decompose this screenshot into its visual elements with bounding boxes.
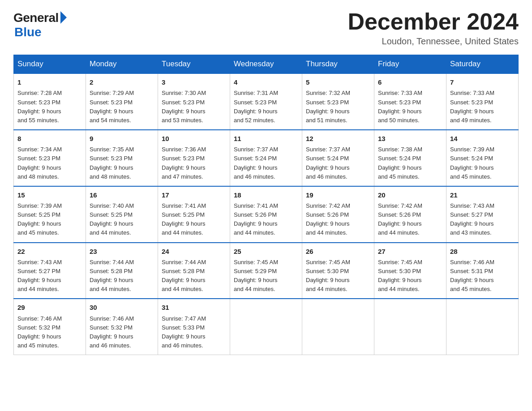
table-row: 13Sunrise: 7:38 AMSunset: 5:24 PMDayligh… bbox=[374, 130, 446, 186]
table-row bbox=[446, 299, 519, 355]
day-info: Sunrise: 7:42 AMSunset: 5:26 PMDaylight:… bbox=[378, 202, 422, 236]
table-row: 26Sunrise: 7:45 AMSunset: 5:30 PMDayligh… bbox=[302, 243, 374, 299]
day-info: Sunrise: 7:46 AMSunset: 5:32 PMDaylight:… bbox=[90, 315, 134, 349]
day-info: Sunrise: 7:45 AMSunset: 5:29 PMDaylight:… bbox=[234, 259, 278, 292]
day-info: Sunrise: 7:35 AMSunset: 5:23 PMDaylight:… bbox=[90, 146, 134, 180]
page-header: General Blue December 2024 Loudon, Tenne… bbox=[13, 9, 519, 47]
day-info: Sunrise: 7:45 AMSunset: 5:30 PMDaylight:… bbox=[306, 259, 350, 292]
day-number: 31 bbox=[162, 302, 226, 313]
table-row: 3Sunrise: 7:30 AMSunset: 5:23 PMDaylight… bbox=[158, 73, 230, 130]
table-row: 19Sunrise: 7:42 AMSunset: 5:26 PMDayligh… bbox=[302, 186, 374, 243]
day-number: 8 bbox=[17, 133, 82, 144]
col-wednesday: Wednesday bbox=[230, 55, 302, 74]
day-info: Sunrise: 7:31 AMSunset: 5:23 PMDaylight:… bbox=[234, 90, 278, 123]
day-number: 3 bbox=[162, 77, 226, 87]
table-row: 23Sunrise: 7:44 AMSunset: 5:28 PMDayligh… bbox=[86, 243, 158, 299]
table-row: 2Sunrise: 7:29 AMSunset: 5:23 PMDaylight… bbox=[86, 73, 158, 130]
day-number: 7 bbox=[450, 77, 515, 87]
calendar-header-row: Sunday Monday Tuesday Wednesday Thursday… bbox=[14, 55, 519, 74]
table-row: 14Sunrise: 7:39 AMSunset: 5:24 PMDayligh… bbox=[446, 130, 519, 186]
table-row: 31Sunrise: 7:47 AMSunset: 5:33 PMDayligh… bbox=[158, 299, 230, 355]
day-info: Sunrise: 7:30 AMSunset: 5:23 PMDaylight:… bbox=[162, 90, 206, 123]
calendar-week-row: 15Sunrise: 7:39 AMSunset: 5:25 PMDayligh… bbox=[14, 186, 519, 243]
day-info: Sunrise: 7:41 AMSunset: 5:26 PMDaylight:… bbox=[234, 202, 278, 236]
day-info: Sunrise: 7:47 AMSunset: 5:33 PMDaylight:… bbox=[162, 315, 206, 349]
logo: General Blue bbox=[13, 9, 67, 39]
day-number: 13 bbox=[378, 133, 442, 144]
table-row: 22Sunrise: 7:43 AMSunset: 5:27 PMDayligh… bbox=[14, 243, 86, 299]
day-info: Sunrise: 7:33 AMSunset: 5:23 PMDaylight:… bbox=[378, 90, 422, 123]
day-info: Sunrise: 7:37 AMSunset: 5:24 PMDaylight:… bbox=[306, 146, 350, 180]
table-row: 28Sunrise: 7:46 AMSunset: 5:31 PMDayligh… bbox=[446, 243, 519, 299]
day-number: 11 bbox=[234, 133, 298, 144]
day-info: Sunrise: 7:44 AMSunset: 5:28 PMDaylight:… bbox=[162, 259, 206, 292]
day-number: 20 bbox=[378, 190, 442, 200]
table-row: 15Sunrise: 7:39 AMSunset: 5:25 PMDayligh… bbox=[14, 186, 86, 243]
day-info: Sunrise: 7:32 AMSunset: 5:23 PMDaylight:… bbox=[306, 90, 350, 123]
table-row: 5Sunrise: 7:32 AMSunset: 5:23 PMDaylight… bbox=[302, 73, 374, 130]
day-info: Sunrise: 7:39 AMSunset: 5:25 PMDaylight:… bbox=[17, 202, 62, 236]
day-number: 22 bbox=[17, 246, 82, 257]
day-info: Sunrise: 7:43 AMSunset: 5:27 PMDaylight:… bbox=[17, 259, 62, 292]
day-number: 4 bbox=[234, 77, 298, 87]
table-row bbox=[230, 299, 302, 355]
calendar-week-row: 8Sunrise: 7:34 AMSunset: 5:23 PMDaylight… bbox=[14, 130, 519, 186]
table-row: 9Sunrise: 7:35 AMSunset: 5:23 PMDaylight… bbox=[86, 130, 158, 186]
day-number: 21 bbox=[450, 190, 515, 200]
day-info: Sunrise: 7:40 AMSunset: 5:25 PMDaylight:… bbox=[90, 202, 134, 236]
calendar-week-row: 22Sunrise: 7:43 AMSunset: 5:27 PMDayligh… bbox=[14, 243, 519, 299]
table-row: 10Sunrise: 7:36 AMSunset: 5:23 PMDayligh… bbox=[158, 130, 230, 186]
day-number: 24 bbox=[162, 246, 226, 257]
table-row: 11Sunrise: 7:37 AMSunset: 5:24 PMDayligh… bbox=[230, 130, 302, 186]
day-number: 27 bbox=[378, 246, 442, 257]
table-row: 6Sunrise: 7:33 AMSunset: 5:23 PMDaylight… bbox=[374, 73, 446, 130]
day-number: 6 bbox=[378, 77, 442, 87]
day-info: Sunrise: 7:42 AMSunset: 5:26 PMDaylight:… bbox=[306, 202, 350, 236]
day-info: Sunrise: 7:44 AMSunset: 5:28 PMDaylight:… bbox=[90, 259, 134, 292]
day-number: 5 bbox=[306, 77, 370, 87]
day-number: 10 bbox=[162, 133, 226, 144]
table-row: 18Sunrise: 7:41 AMSunset: 5:26 PMDayligh… bbox=[230, 186, 302, 243]
table-row: 27Sunrise: 7:45 AMSunset: 5:30 PMDayligh… bbox=[374, 243, 446, 299]
day-info: Sunrise: 7:43 AMSunset: 5:27 PMDaylight:… bbox=[450, 202, 494, 236]
table-row: 21Sunrise: 7:43 AMSunset: 5:27 PMDayligh… bbox=[446, 186, 519, 243]
col-sunday: Sunday bbox=[14, 55, 86, 74]
day-number: 26 bbox=[306, 246, 370, 257]
col-monday: Monday bbox=[86, 55, 158, 74]
table-row bbox=[302, 299, 374, 355]
day-info: Sunrise: 7:29 AMSunset: 5:23 PMDaylight:… bbox=[90, 90, 134, 123]
calendar-table: Sunday Monday Tuesday Wednesday Thursday… bbox=[13, 55, 519, 355]
table-row: 12Sunrise: 7:37 AMSunset: 5:24 PMDayligh… bbox=[302, 130, 374, 186]
day-info: Sunrise: 7:37 AMSunset: 5:24 PMDaylight:… bbox=[234, 146, 278, 180]
logo-triangle-icon bbox=[60, 11, 67, 24]
day-number: 30 bbox=[90, 302, 154, 313]
table-row: 8Sunrise: 7:34 AMSunset: 5:23 PMDaylight… bbox=[14, 130, 86, 186]
day-number: 25 bbox=[234, 246, 298, 257]
table-row: 30Sunrise: 7:46 AMSunset: 5:32 PMDayligh… bbox=[86, 299, 158, 355]
day-number: 16 bbox=[90, 190, 154, 200]
day-info: Sunrise: 7:36 AMSunset: 5:23 PMDaylight:… bbox=[162, 146, 206, 180]
day-number: 18 bbox=[234, 190, 298, 200]
day-number: 29 bbox=[17, 302, 82, 313]
table-row: 1Sunrise: 7:28 AMSunset: 5:23 PMDaylight… bbox=[14, 73, 86, 130]
day-number: 1 bbox=[17, 77, 82, 87]
day-info: Sunrise: 7:34 AMSunset: 5:23 PMDaylight:… bbox=[17, 146, 62, 180]
table-row: 17Sunrise: 7:41 AMSunset: 5:25 PMDayligh… bbox=[158, 186, 230, 243]
calendar-week-row: 29Sunrise: 7:46 AMSunset: 5:32 PMDayligh… bbox=[14, 299, 519, 355]
day-info: Sunrise: 7:46 AMSunset: 5:32 PMDaylight:… bbox=[17, 315, 62, 349]
day-info: Sunrise: 7:46 AMSunset: 5:31 PMDaylight:… bbox=[450, 259, 494, 292]
day-info: Sunrise: 7:45 AMSunset: 5:30 PMDaylight:… bbox=[378, 259, 422, 292]
day-number: 2 bbox=[90, 77, 154, 87]
table-row: 7Sunrise: 7:33 AMSunset: 5:23 PMDaylight… bbox=[446, 73, 519, 130]
logo-blue-text: Blue bbox=[14, 25, 67, 39]
month-title: December 2024 bbox=[348, 9, 519, 34]
table-row: 4Sunrise: 7:31 AMSunset: 5:23 PMDaylight… bbox=[230, 73, 302, 130]
location-subtitle: Loudon, Tennessee, United States bbox=[348, 36, 519, 47]
col-friday: Friday bbox=[374, 55, 446, 74]
day-number: 12 bbox=[306, 133, 370, 144]
title-section: December 2024 Loudon, Tennessee, United … bbox=[348, 9, 519, 47]
col-saturday: Saturday bbox=[446, 55, 519, 74]
table-row: 24Sunrise: 7:44 AMSunset: 5:28 PMDayligh… bbox=[158, 243, 230, 299]
day-number: 9 bbox=[90, 133, 154, 144]
table-row bbox=[374, 299, 446, 355]
